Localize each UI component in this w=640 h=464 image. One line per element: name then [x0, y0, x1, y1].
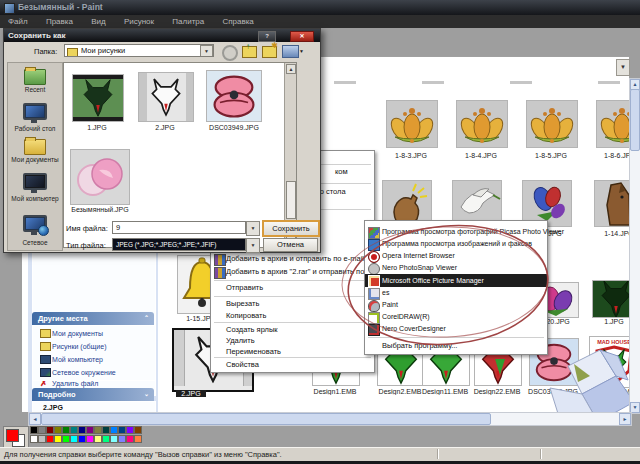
menu-view[interactable]: Вид — [91, 17, 105, 26]
place-recent[interactable]: Recent — [8, 69, 62, 93]
menu-edit[interactable]: Правка — [46, 17, 73, 26]
scroll-left-arrow[interactable]: ◄ — [29, 413, 41, 425]
filename-dropdown-arrow[interactable]: ▼ — [246, 221, 260, 236]
palette-color-swatch[interactable] — [54, 435, 62, 443]
up-one-level-icon[interactable]: ↑ — [242, 46, 257, 58]
file-label[interactable]: Безымянный.JPG — [65, 206, 135, 213]
palette-color-swatch[interactable] — [38, 435, 46, 443]
submenu-item-ms-picture-manager[interactable]: Microsoft Office Picture Manager — [365, 274, 547, 287]
thumb-label[interactable]: 1-8-3.JPG — [381, 152, 441, 159]
scroll-right-arrow[interactable]: ► — [619, 413, 631, 425]
palette-color-swatch[interactable] — [78, 426, 86, 434]
color-palette-cells[interactable] — [30, 426, 144, 444]
place-my-documents[interactable]: Мои документы — [8, 139, 62, 163]
views-menu-icon[interactable] — [282, 45, 299, 58]
context-item-properties[interactable]: Свойства — [211, 359, 374, 371]
thumb-label[interactable]: 1-8-5.JPG — [521, 152, 581, 159]
details-header[interactable]: Подробно ⌄ — [32, 388, 154, 401]
thumb-label[interactable]: Design22.EMB — [469, 388, 525, 395]
vertical-scroll-thumb[interactable] — [630, 89, 640, 151]
palette-color-swatch[interactable] — [62, 435, 70, 443]
thumb-label-selected[interactable]: 2.JPG — [176, 390, 206, 397]
palette-color-swatch[interactable] — [118, 435, 126, 443]
context-item-archive-rar-email[interactable]: Добавить в архив "2.rar" и отправить по … — [211, 266, 374, 278]
palette-color-swatch[interactable] — [46, 435, 54, 443]
palette-color-swatch[interactable] — [102, 435, 110, 443]
submenu-item-choose-program[interactable]: Выбрать программу... — [365, 340, 547, 352]
thumb-label[interactable]: 1-8-4.JPG — [451, 152, 511, 159]
palette-color-swatch[interactable] — [94, 435, 102, 443]
place-my-computer[interactable]: Мой компьютер — [41, 356, 103, 363]
palette-color-swatch[interactable] — [134, 435, 142, 443]
file-thumb-2jpg[interactable] — [138, 72, 194, 122]
context-item-archive-email[interactable]: Добавить в архив и отправить по e-mail..… — [211, 253, 374, 265]
horizontal-scrollbar[interactable]: ◄ ► — [28, 412, 632, 426]
palette-color-swatch[interactable] — [86, 426, 94, 434]
file-thumb-dsc03949[interactable] — [206, 70, 262, 122]
back-button-icon[interactable] — [222, 45, 238, 61]
folder-combobox[interactable]: Мои рисунки ▼ — [64, 44, 214, 57]
place-shared-pictures[interactable]: Рисунки (общие) — [41, 343, 107, 350]
palette-color-swatch[interactable] — [94, 426, 102, 434]
save-button[interactable]: Сохранить — [262, 220, 320, 237]
submenu-item-fax-viewer[interactable]: Программа просмотра изображений и факсов — [365, 238, 547, 250]
file-label[interactable]: DSC03949.JPG — [203, 124, 265, 131]
context-item-copy[interactable]: Копировать — [211, 310, 374, 322]
dialog-close-button[interactable]: ✕ — [290, 31, 314, 42]
thumb-label[interactable]: Design11.EMB — [417, 388, 473, 395]
other-places-header[interactable]: Другие места ⌃ — [32, 312, 154, 325]
menu-image[interactable]: Рисунок — [124, 17, 154, 26]
file-thumb-1jpg[interactable] — [72, 74, 124, 122]
filename-input[interactable]: 9 — [112, 221, 246, 234]
palette-color-swatch[interactable] — [118, 426, 126, 434]
context-item-cut[interactable]: Вырезать — [211, 298, 374, 310]
menu-palette[interactable]: Палитра — [172, 17, 204, 26]
place-desktop[interactable]: Рабочий стол — [8, 103, 62, 132]
place-network[interactable]: Сетевое — [8, 215, 62, 246]
palette-color-swatch[interactable] — [46, 426, 54, 434]
file-label[interactable]: 2.JPG — [135, 124, 195, 131]
palette-color-swatch[interactable] — [110, 435, 118, 443]
list-scroll-thumb[interactable] — [286, 181, 296, 219]
place-my-documents[interactable]: Мои документы — [41, 330, 103, 337]
explorer-address-dropdown[interactable]: ▼ — [616, 59, 630, 76]
submenu-item-nero-coverdesigner[interactable]: Nero CoverDesigner — [365, 323, 547, 335]
palette-color-swatch[interactable] — [110, 426, 118, 434]
menu-help[interactable]: Справка — [222, 17, 253, 26]
place-network[interactable]: Сетевое окружение — [41, 369, 116, 376]
views-caret-icon[interactable]: ▼ — [299, 48, 304, 54]
thumb-label[interactable]: Design1.EMB — [307, 388, 363, 395]
new-folder-icon[interactable]: ✱ — [262, 46, 277, 58]
place-my-computer[interactable]: Мой компьютер — [8, 173, 62, 202]
filetype-dropdown-arrow[interactable]: ▼ — [246, 238, 260, 253]
palette-color-swatch[interactable] — [102, 426, 110, 434]
palette-color-swatch[interactable] — [62, 426, 70, 434]
submenu-item-picasa[interactable]: Программа просмотра фотографий Picasa Ph… — [365, 226, 547, 238]
menu-file[interactable]: Файл — [8, 17, 28, 26]
task-delete-file[interactable]: ✗ Удалить файл — [41, 380, 98, 387]
palette-color-swatch[interactable] — [70, 435, 78, 443]
paint-titlebar[interactable]: Безымянный - Paint — [0, 0, 640, 15]
file-thumb-untitled[interactable] — [70, 149, 130, 205]
palette-color-swatch[interactable] — [78, 435, 86, 443]
palette-color-swatch[interactable] — [30, 426, 38, 434]
submenu-item-coreldraw[interactable]: CorelDRAW(R) — [365, 311, 547, 323]
palette-color-swatch[interactable] — [126, 426, 134, 434]
thumbnail-1-8-4[interactable] — [456, 100, 508, 148]
filetype-combobox[interactable]: JPEG (*.JPG;*.JPEG;*.JPE;*.JFIF) — [112, 238, 246, 251]
cancel-button[interactable]: Отмена — [263, 238, 318, 252]
submenu-item-paint[interactable]: Paint — [365, 299, 547, 311]
scroll-up-arrow[interactable]: ▲ — [286, 64, 296, 74]
folder-dropdown-arrow[interactable]: ▼ — [200, 45, 213, 57]
palette-color-swatch[interactable] — [134, 426, 142, 434]
palette-color-swatch[interactable] — [126, 435, 134, 443]
palette-color-swatch[interactable] — [86, 435, 94, 443]
vertical-scrollbar[interactable]: ▲ ▼ — [629, 78, 640, 414]
submenu-item-es[interactable]: es — [365, 287, 547, 299]
current-colors-box[interactable] — [3, 426, 29, 448]
palette-color-swatch[interactable] — [70, 426, 78, 434]
file-label[interactable]: 1.JPG — [67, 124, 127, 131]
thumbnail-1-8-3[interactable] — [386, 100, 438, 148]
horizontal-scroll-thumb[interactable] — [41, 413, 491, 425]
palette-color-swatch[interactable] — [54, 426, 62, 434]
